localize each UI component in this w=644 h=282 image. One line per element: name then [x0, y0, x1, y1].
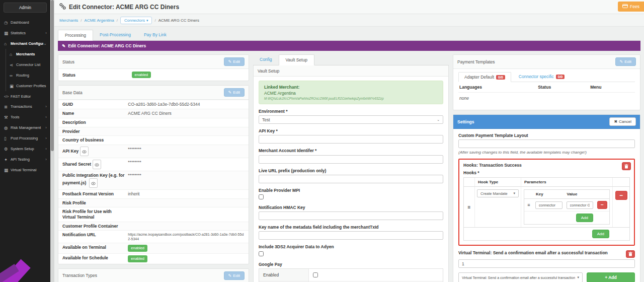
add-parameter-button[interactable]: Add [576, 214, 593, 222]
caret-down-icon: ⌄ [437, 118, 440, 122]
hook-param-key-input[interactable] [535, 201, 562, 209]
environment-select[interactable]: Test ⌄ [259, 115, 443, 124]
hook-param-value-input[interactable] [567, 201, 594, 209]
status-row: Status enabled [58, 69, 249, 81]
table-row: Notification URLhttps://acme.ixopaysandb… [58, 230, 249, 243]
reveal-eye-button[interactable] [93, 160, 101, 169]
payment-templates-edit-button[interactable]: ✎Edit [615, 57, 636, 66]
drag-handle-icon[interactable]: ≡ [464, 187, 475, 227]
breadcrumb-merchants-link[interactable]: Merchants [59, 18, 78, 23]
table-row: API Key ******** [58, 145, 249, 158]
sidebar-item-post-processing[interactable]: ▯ Post Processing › [0, 133, 50, 144]
settings-header-cancel-button[interactable]: ✖Cancel [609, 117, 636, 126]
add-setting-button[interactable]: + Add [587, 272, 635, 282]
settings-panel: Settings ✖Cancel Custom Payment Template… [453, 114, 640, 282]
sidebar-item-system-setup[interactable]: ⚙ System Setup › [0, 144, 50, 154]
payment-templates-empty: none [458, 93, 635, 106]
merchant-account-identifier-input[interactable] [259, 155, 443, 164]
payment-templates-title: Payment Templates [457, 59, 495, 64]
breadcrumb-connectors-dropdown[interactable]: Connectors▾ [120, 17, 152, 24]
mobile-icon: ▯ [4, 136, 11, 141]
table-row: Risk Profile for Use with Virtual Termin… [58, 207, 249, 221]
sidebar-item-risk-management[interactable]: ◍ Risk Management › [0, 122, 50, 133]
sidebar-item-transactions[interactable]: ≣ Transactions › [0, 101, 50, 112]
add-setting-select[interactable]: Virtual Terminal: Send a confirmation em… [458, 272, 583, 282]
tab-post-processing[interactable]: Post-Processing [93, 30, 137, 41]
sidebar-scrollbar[interactable] [50, 0, 54, 282]
status-badge: enabled [132, 72, 151, 78]
edit-icon: ✎ [620, 59, 623, 64]
tab-processing[interactable]: Processing [58, 30, 93, 41]
edit-icon: ✎ [62, 43, 65, 48]
sidebar-item-merchants[interactable]: ⌂ Merchants [6, 49, 50, 59]
sidebar-item-connector-list[interactable]: ⋖ Connector List [6, 59, 50, 70]
remove-hook-button[interactable]: − [615, 191, 627, 200]
tab-connector-specific[interactable]: Connector specific0/0 [513, 72, 571, 82]
live-url-prefix-input[interactable] [259, 175, 443, 183]
reveal-eye-button[interactable] [89, 178, 98, 188]
vt-email-label: Virtual Terminal: Send a confirmation em… [458, 250, 611, 255]
sidebar-item-statistics[interactable]: ▦ Statistics › [0, 28, 50, 38]
chevron-right-icon: › [45, 157, 48, 162]
reveal-eye-button[interactable] [80, 147, 89, 156]
delete-vt-email-setting-button[interactable] [626, 250, 635, 258]
edit-icon: ✎ [228, 273, 232, 278]
fees-button[interactable]: Fees [618, 2, 644, 12]
drag-handle-icon[interactable]: ≡ [524, 202, 533, 207]
sidebar-item-fast-editor[interactable]: </> FAST Editor [0, 91, 50, 101]
tab-vault-setup[interactable]: Vault Setup [279, 54, 314, 65]
base-data-edit-button[interactable]: ✎Edit [224, 88, 245, 97]
connector-config-tabs: Config Vault Setup [253, 54, 449, 65]
scrollbar-thumb[interactable] [51, 0, 54, 151]
count-badge: 0/0 [496, 75, 505, 80]
tab-pay-by-link[interactable]: Pay By Link [137, 30, 173, 41]
hooks-label: Hooks * [463, 170, 630, 175]
sidebar-item-customer-profiles[interactable]: ▣ Customer Profiles [6, 81, 50, 91]
transaction-types-title: Transaction Types [62, 273, 97, 278]
table-row: Provider [58, 127, 249, 136]
status-panel: Status ✎Edit Status enabled [58, 54, 249, 81]
page-title: Edit Connector: ACME ARG CC Diners [69, 4, 179, 11]
table-row: Description [58, 118, 249, 127]
transaction-types-edit-button[interactable]: ✎Edit [224, 271, 245, 280]
linked-merchant-token: M-WQhzLskJXcCPhmVaPwhhoZROoLI2W9f.puuELf… [264, 97, 438, 100]
hook-parameter-row: ≡ − [524, 199, 609, 212]
sidebar-item-merchant-configuration[interactable]: ⌂ Merchant Configuration ⌄ [0, 38, 50, 49]
sidebar-item-dashboard[interactable]: ◷ Dashboard [0, 17, 50, 28]
sidebar-item-api-testing[interactable]: ✦ API Testing › [0, 154, 50, 165]
merchant-txid-key-input[interactable] [259, 231, 443, 240]
list-icon: ≣ [4, 104, 11, 109]
syringe-icon: ✦ [4, 157, 11, 162]
add-hook-button[interactable]: Add [592, 230, 609, 238]
sidebar-item-routing[interactable]: ∞ Routing [6, 70, 50, 81]
tab-config[interactable]: Config [253, 54, 279, 65]
breadcrumb-merchant-link[interactable]: ACME Argentina [85, 18, 114, 23]
gear-icon: ⚙ [4, 147, 11, 152]
hook-type-select[interactable]: Create Mandate ▾ [477, 189, 519, 197]
chevron-down-icon: ⌄ [43, 41, 48, 46]
delete-hooks-button[interactable] [622, 162, 631, 170]
vt-email-count-input[interactable] [458, 259, 635, 268]
caret-down-icon: ▾ [577, 275, 579, 279]
main-area: Edit Connector: ACME ARG CC Diners Fees … [54, 0, 644, 282]
sidebar-item-tools[interactable]: ⚒ Tools › [0, 112, 50, 122]
statistics-icon: ▦ [4, 31, 11, 36]
remove-parameter-button[interactable]: − [597, 201, 607, 209]
count-badge: 0/0 [556, 75, 565, 79]
table-row: NameACME ARG CC Diners [58, 109, 249, 118]
settings-title: Settings [457, 119, 474, 124]
custom-payment-template-layout-input[interactable] [458, 139, 635, 148]
admin-button[interactable]: Admin [4, 3, 47, 13]
status-edit-button[interactable]: ✎Edit [224, 57, 245, 66]
tab-adapter-default[interactable]: Adapter Default0/0 [458, 72, 511, 82]
include-3ds2-checkbox[interactable] [259, 251, 264, 256]
page-header: Edit Connector: ACME ARG CC Diners Fees [54, 0, 644, 14]
notification-hmac-key-input[interactable] [259, 212, 443, 220]
api-key-input[interactable] [259, 135, 443, 144]
enable-provider-mpi-checkbox[interactable] [259, 194, 264, 199]
status-badge: enabled [128, 245, 147, 252]
sidebar-item-virtual-terminal[interactable]: ▦ Virtual Terminal [0, 165, 50, 175]
google-pay-enabled-checkbox[interactable] [313, 272, 318, 277]
breadcrumb-current: ACME ARG CC Diners [158, 18, 199, 23]
bank-icon: ⌂ [4, 41, 11, 46]
